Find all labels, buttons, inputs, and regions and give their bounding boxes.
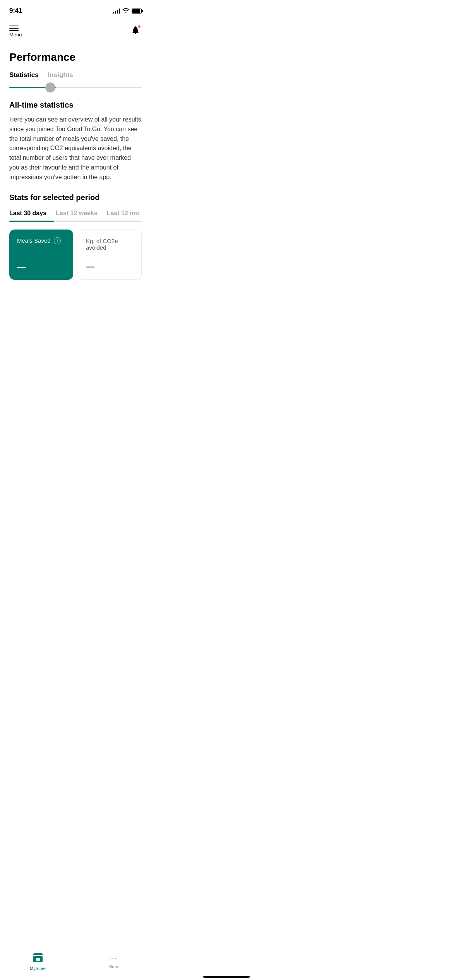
- period-tab-12months[interactable]: Last 12 mo: [107, 210, 139, 221]
- status-bar: 9:41: [0, 0, 151, 19]
- period-tab-30days[interactable]: Last 30 days: [9, 210, 46, 221]
- card-header-co2: Kg. of CO2e avoided: [86, 238, 134, 251]
- period-underline: [9, 221, 142, 222]
- tabs-row: Statistics Insights: [9, 71, 142, 83]
- status-icons: [113, 8, 142, 14]
- period-tabs: Last 30 days Last 12 weeks Last 12 mo: [9, 210, 142, 222]
- period-tab-12weeks[interactable]: Last 12 weeks: [56, 210, 98, 221]
- page-title: Performance: [9, 51, 142, 63]
- meals-saved-card: Meals Saved i —: [9, 230, 73, 280]
- card-header-meals: Meals Saved i: [17, 237, 65, 244]
- period-header: Stats for selected period: [9, 193, 142, 202]
- main-tabs: Statistics Insights: [9, 71, 142, 93]
- signal-icon: [113, 8, 120, 14]
- all-time-description: Here you can see an overview of all your…: [9, 115, 142, 182]
- meals-info-icon[interactable]: i: [54, 237, 61, 244]
- meals-saved-title: Meals Saved: [17, 237, 51, 244]
- tab-slider[interactable]: [9, 82, 142, 93]
- battery-icon: [132, 9, 142, 14]
- notification-button[interactable]: [129, 24, 142, 39]
- co2e-title: Kg. of CO2e avoided: [86, 238, 134, 251]
- wifi-icon: [122, 8, 129, 14]
- slider-track: [9, 87, 142, 88]
- meals-saved-value: —: [17, 256, 65, 272]
- co2e-value: —: [86, 255, 134, 272]
- tab-statistics[interactable]: Statistics: [9, 71, 39, 83]
- menu-button[interactable]: Menu: [9, 26, 22, 38]
- all-time-header: All-time statistics: [9, 101, 142, 110]
- slider-thumb: [45, 82, 55, 93]
- tab-insights[interactable]: Insights: [48, 71, 73, 83]
- stat-cards: Meals Saved i — Kg. of CO2e avoided —: [9, 230, 142, 280]
- period-underline-active: [9, 221, 54, 222]
- bell-icon: [131, 30, 140, 37]
- top-nav: Menu: [0, 19, 151, 43]
- status-time: 9:41: [9, 7, 22, 15]
- main-content: Performance Statistics Insights All-time…: [0, 43, 151, 280]
- notification-dot: [137, 25, 141, 28]
- period-tabs-row: Last 30 days Last 12 weeks Last 12 mo: [9, 210, 142, 221]
- co2e-card: Kg. of CO2e avoided —: [78, 230, 142, 280]
